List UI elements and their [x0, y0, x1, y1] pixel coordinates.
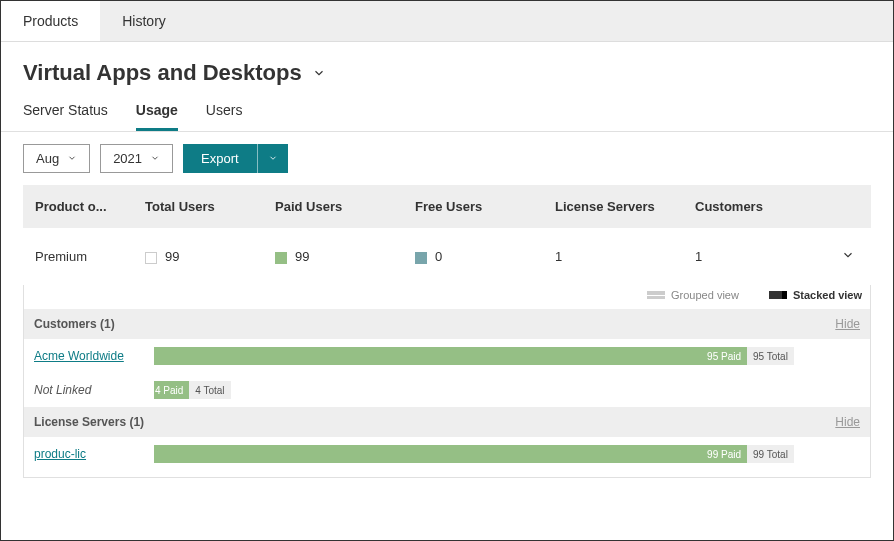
swatch-free-icon — [415, 252, 427, 264]
subtab-usage[interactable]: Usage — [136, 94, 178, 131]
customers-section-header: Customers (1) Hide — [24, 309, 870, 339]
header-paid-users: Paid Users — [275, 199, 415, 214]
header-customers: Customers — [695, 199, 815, 214]
chevron-down-icon — [268, 151, 278, 166]
stacked-view-icon — [769, 291, 787, 299]
header-product: Product o... — [35, 199, 145, 214]
bar-paid: 4 Paid — [154, 381, 189, 399]
top-tab-history[interactable]: History — [100, 1, 188, 41]
legend-stacked-view[interactable]: Stacked view — [769, 289, 862, 301]
swatch-total-icon — [145, 252, 157, 264]
export-button[interactable]: Export — [183, 144, 257, 173]
license-server-link[interactable]: produc-lic — [34, 447, 86, 461]
table-row: Premium 99 99 0 1 1 — [23, 228, 871, 285]
table-header: Product o... Total Users Paid Users Free… — [23, 185, 871, 228]
row-expand-toggle[interactable] — [815, 248, 855, 265]
license-servers-hide-link[interactable]: Hide — [835, 415, 860, 429]
license-servers-section-header: License Servers (1) Hide — [24, 407, 870, 437]
header-license-servers: License Servers — [555, 199, 695, 214]
chevron-down-icon — [67, 151, 77, 166]
swatch-paid-icon — [275, 252, 287, 264]
cell-total-users: 99 — [145, 249, 275, 264]
chevron-down-icon — [150, 151, 160, 166]
customer-row-acme: Acme Worldwide 95 Paid 95 Total — [24, 339, 870, 373]
customers-hide-link[interactable]: Hide — [835, 317, 860, 331]
subtab-users[interactable]: Users — [206, 94, 243, 131]
cell-free-users: 0 — [415, 249, 555, 264]
cell-customers: 1 — [695, 249, 815, 264]
export-split-button[interactable] — [257, 144, 288, 173]
cell-license-servers: 1 — [555, 249, 695, 264]
bar-total: 95 Total — [747, 347, 794, 365]
cell-paid-users: 99 — [275, 249, 415, 264]
customer-label-notlinked: Not Linked — [34, 383, 154, 397]
year-value: 2021 — [113, 151, 142, 166]
customer-link-acme[interactable]: Acme Worldwide — [34, 349, 124, 363]
license-server-row: produc-lic 99 Paid 99 Total — [24, 437, 870, 471]
subtab-server-status[interactable]: Server Status — [23, 94, 108, 131]
page-title: Virtual Apps and Desktops — [23, 60, 302, 86]
top-tab-products[interactable]: Products — [1, 1, 100, 41]
chevron-down-icon — [841, 250, 855, 265]
legend-grouped-view[interactable]: Grouped view — [647, 289, 739, 301]
customer-row-notlinked: Not Linked 4 Paid 4 Total — [24, 373, 870, 407]
header-total-users: Total Users — [145, 199, 275, 214]
page-title-chevron-icon[interactable] — [312, 66, 326, 80]
cell-product: Premium — [35, 249, 145, 264]
month-value: Aug — [36, 151, 59, 166]
bar-paid: 95 Paid — [154, 347, 747, 365]
year-dropdown[interactable]: 2021 — [100, 144, 173, 173]
bar-total: 99 Total — [747, 445, 794, 463]
month-dropdown[interactable]: Aug — [23, 144, 90, 173]
header-free-users: Free Users — [415, 199, 555, 214]
grouped-view-icon — [647, 291, 665, 299]
bar-total: 4 Total — [189, 381, 230, 399]
bar-paid: 99 Paid — [154, 445, 747, 463]
